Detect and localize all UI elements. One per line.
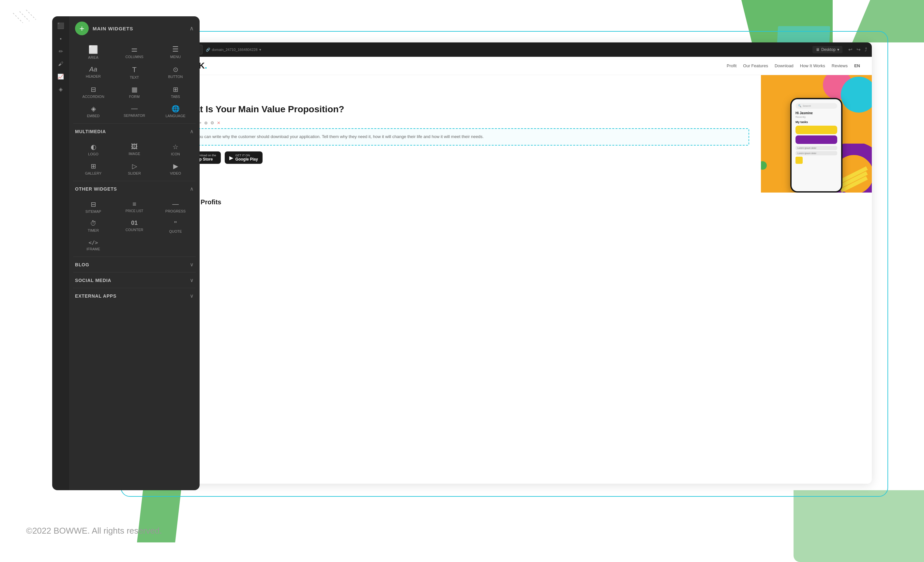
widget-header[interactable]: Aa HEADER bbox=[73, 62, 114, 81]
undo-icon[interactable]: ↩ bbox=[848, 47, 853, 53]
phone-recently: Recently bbox=[795, 116, 837, 119]
widget-language[interactable]: 🌐 LANGUAGE bbox=[155, 102, 196, 120]
widget-embed[interactable]: ◈ EMBED bbox=[73, 102, 114, 120]
widget-progress[interactable]: — PROGRESS bbox=[155, 197, 196, 216]
nav-download[interactable]: Download bbox=[775, 63, 794, 68]
video-icon: ▶ bbox=[173, 162, 178, 170]
sidebar-icon-stack[interactable]: ◈ bbox=[59, 86, 63, 92]
sidebar-icon-edit[interactable]: ✏ bbox=[59, 48, 63, 54]
sidebar-icon-layers[interactable]: ⬛ bbox=[57, 22, 64, 29]
nav-features[interactable]: Our Features bbox=[743, 63, 768, 68]
sidebar-collapse-arrow[interactable]: ∧ bbox=[189, 25, 194, 32]
link-icon: 🔗 bbox=[206, 48, 210, 52]
widget-tabs[interactable]: ⊞ TABS bbox=[155, 82, 196, 101]
nav-how[interactable]: How It Works bbox=[800, 63, 825, 68]
topbar-action-icons: ↩ ↪ ⤴ bbox=[848, 47, 867, 53]
edit-close-icon[interactable]: ✕ bbox=[217, 120, 220, 125]
blog-section-header[interactable]: BLOG ∨ bbox=[69, 257, 200, 272]
nav-reviews[interactable]: Reviews bbox=[832, 63, 848, 68]
preview-content: JOOK. Profit Our Features Download How I… bbox=[169, 57, 872, 484]
embed-label: EMBED bbox=[87, 114, 99, 118]
progress-icon: — bbox=[172, 200, 179, 208]
bg-dashes-icon bbox=[10, 10, 52, 52]
gallery-label: GALLERY bbox=[85, 171, 102, 175]
widget-menu[interactable]: ☰ MENU bbox=[155, 42, 196, 62]
brand-dot: . bbox=[205, 61, 207, 71]
widget-separator[interactable]: — SEPARATOR bbox=[114, 102, 154, 120]
iframe-label: IFRAME bbox=[86, 247, 100, 251]
store-buttons: 🍎 Download on the App Store ▶ GET IT ON … bbox=[181, 152, 749, 164]
image-icon: 🖼 bbox=[131, 143, 138, 150]
social-media-section-header[interactable]: SOCIAL MEDIA ∨ bbox=[69, 273, 200, 287]
widget-price-list[interactable]: ≡ PRICE LIST bbox=[114, 197, 154, 216]
widget-accordion[interactable]: ⊟ ACCORDION bbox=[73, 82, 114, 101]
widget-timer[interactable]: ⏱ TIMER bbox=[73, 216, 114, 236]
profits-section: Our Profits bbox=[169, 192, 872, 212]
image-label: IMAGE bbox=[129, 152, 140, 156]
sidebar-icon-paint[interactable]: 🖌 bbox=[58, 61, 63, 67]
external-apps-title: EXTERNAL APPS bbox=[75, 293, 117, 299]
price-list-icon: ≡ bbox=[132, 200, 136, 208]
widget-area[interactable]: ⬜ AREA bbox=[73, 42, 114, 62]
external-apps-section-header[interactable]: EXTERNAL APPS ∨ bbox=[69, 289, 200, 303]
sitemap-icon: ⊟ bbox=[91, 200, 96, 208]
widget-counter[interactable]: 01 COUNTER bbox=[114, 216, 154, 236]
widget-video[interactable]: ▶ VIDEO bbox=[155, 159, 196, 177]
divider-5 bbox=[73, 288, 196, 288]
widget-gallery[interactable]: ⊞ GALLERY bbox=[73, 159, 114, 177]
sidebar-icon-chart[interactable]: 📈 bbox=[57, 74, 64, 80]
desktop-selector[interactable]: 🖥 Desktop ▾ bbox=[813, 46, 843, 53]
button-icon: ⊙ bbox=[173, 66, 178, 74]
nav-lang[interactable]: EN bbox=[854, 63, 860, 68]
iframe-icon: </> bbox=[89, 240, 98, 246]
price-list-label: PRICE LIST bbox=[126, 209, 143, 213]
form-icon: ▦ bbox=[132, 86, 138, 93]
separator-label: SEPARATOR bbox=[124, 114, 145, 117]
widget-slider[interactable]: ▷ SLIDER bbox=[114, 159, 154, 177]
multimedia-grid: ◐ LOGO 🖼 IMAGE ☆ ICON ⊞ GALLERY ▷ SLIDER… bbox=[69, 138, 200, 180]
redo-icon[interactable]: ↪ bbox=[856, 47, 861, 53]
other-widgets-arrow: ∧ bbox=[190, 186, 194, 192]
phone-list-1: Lorem ipsum dolor bbox=[795, 146, 837, 150]
domain-label-text: domain_24710_1664804228 bbox=[212, 48, 258, 51]
google-play-button[interactable]: ▶ GET IT ON Google Play bbox=[225, 152, 262, 164]
widget-sitemap[interactable]: ⊟ SITEMAP bbox=[73, 197, 114, 216]
widget-columns[interactable]: ⚌ COLUMNS bbox=[114, 42, 154, 62]
sitemap-label: SITEMAP bbox=[86, 209, 101, 213]
widget-iframe[interactable]: </> IFRAME bbox=[73, 236, 114, 253]
progress-label: PROGRESS bbox=[165, 209, 186, 213]
text-label: TEXT bbox=[130, 75, 139, 79]
footer: ©2022 BOWWE. All rights reserved. bbox=[26, 526, 162, 536]
phone-mockup: 🔍Search Hi Jasmine Recently My tasks Lor… bbox=[790, 98, 843, 192]
widget-logo[interactable]: ◐ LOGO bbox=[73, 140, 114, 158]
nav-profit[interactable]: Profit bbox=[727, 63, 736, 68]
widget-form[interactable]: ▦ FORM bbox=[114, 82, 154, 101]
widget-quote[interactable]: " QUOTE bbox=[155, 216, 196, 236]
quote-icon: " bbox=[174, 219, 177, 228]
edit-move-icon[interactable]: ⊕ bbox=[204, 120, 208, 125]
button-label: BUTTON bbox=[168, 75, 183, 79]
blog-arrow: ∨ bbox=[190, 261, 194, 267]
sidebar-add-button[interactable]: + bbox=[75, 21, 89, 35]
social-media-arrow: ∨ bbox=[190, 277, 194, 283]
form-label: FORM bbox=[129, 95, 140, 99]
nav-links: Profit Our Features Download How It Work… bbox=[727, 63, 860, 68]
phone-task-purple bbox=[795, 135, 837, 144]
edit-settings-icon[interactable]: ⚙ bbox=[210, 120, 214, 125]
divider-2 bbox=[73, 181, 196, 181]
preview-navbar: JOOK. Profit Our Features Download How I… bbox=[169, 57, 872, 75]
slider-icon: ▷ bbox=[132, 162, 137, 170]
counter-icon: 01 bbox=[131, 219, 138, 227]
widget-text[interactable]: T TEXT bbox=[114, 62, 154, 81]
multimedia-section-header[interactable]: MULTIMEDIA ∧ bbox=[69, 124, 200, 138]
share-icon[interactable]: ⤴ bbox=[865, 47, 867, 53]
hero-text-box[interactable]: Here you can write why the customer shou… bbox=[181, 128, 749, 146]
phone-task-yellow bbox=[795, 126, 837, 134]
language-label: LANGUAGE bbox=[165, 114, 185, 118]
widget-button[interactable]: ⊙ BUTTON bbox=[155, 62, 196, 81]
widget-image[interactable]: 🖼 IMAGE bbox=[114, 140, 154, 158]
svg-line-0 bbox=[13, 13, 23, 23]
sidebar-icon-pages[interactable]: ▪ bbox=[60, 36, 62, 42]
widget-icon-item[interactable]: ☆ ICON bbox=[155, 140, 196, 158]
other-widgets-section-header[interactable]: OTHER WIDGETS ∧ bbox=[69, 182, 200, 196]
